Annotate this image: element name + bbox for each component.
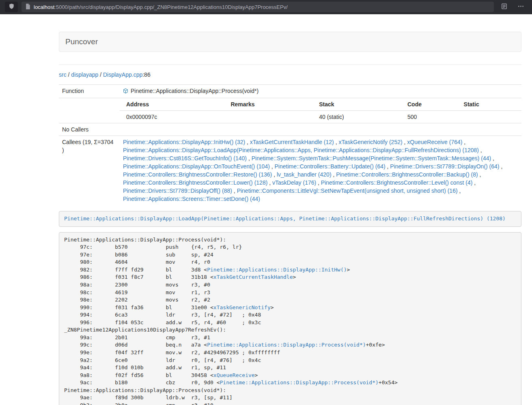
- col-header-remarks: Remarks: [224, 98, 312, 111]
- callee-link[interactable]: lv_task_handler (420): [277, 171, 332, 178]
- callee-link[interactable]: vTaskDelay (176): [272, 179, 316, 186]
- callee-link[interactable]: Pinetime::Controllers::BrightnessControl…: [321, 179, 472, 186]
- callees-label: Callees (19, Σ=3704 ): [59, 136, 120, 205]
- callee-link[interactable]: xTaskGenericNotify (252): [338, 139, 402, 145]
- callee-link[interactable]: Pinetime::Applications::DisplayApp::Init…: [123, 139, 245, 145]
- symbol-link[interactable]: Pinetime::Applications::DisplayApp::Proc…: [220, 379, 379, 386]
- no-callers-cell: [120, 123, 521, 136]
- reader-icon: [501, 3, 507, 11]
- page-icon: [25, 4, 30, 11]
- callee-link[interactable]: Pinetime::Drivers::St7789::DisplayOff() …: [123, 187, 232, 194]
- breadcrumb-link[interactable]: DisplayApp.cpp: [103, 71, 142, 78]
- brand-link[interactable]: Puncover: [65, 37, 98, 46]
- symbol-link[interactable]: xQueueReceive: [213, 372, 255, 378]
- symbol-link[interactable]: xTaskGetCurrentTaskHandle: [213, 274, 293, 280]
- function-label: Function: [59, 85, 120, 98]
- metrics-row: Address Remarks Stack Code Static 0x0000…: [59, 98, 521, 123]
- divider: [59, 65, 521, 65]
- remarks-value: [224, 111, 312, 123]
- callee-link[interactable]: Pinetime::Applications::DisplayApp::Load…: [123, 147, 479, 153]
- col-header-stack: Stack: [312, 98, 401, 111]
- symbol-link[interactable]: xTaskGenericNotify: [213, 304, 271, 310]
- symbol-cube-icon: [123, 88, 128, 96]
- callee-link[interactable]: Pinetime::Applications::Screens::Timer::…: [123, 196, 260, 202]
- loadapp-link[interactable]: Pinetime::Applications::DisplayApp::Load…: [64, 215, 506, 222]
- function-info-table: Function Pinetime::Applications::Display…: [59, 84, 521, 205]
- reader-mode-button[interactable]: [498, 2, 510, 12]
- callee-link[interactable]: Pinetime::Applications::DisplayApp::OnTo…: [123, 163, 270, 170]
- loadapp-snippet-block: Pinetime::Applications::DisplayApp::Load…: [59, 211, 521, 227]
- url-bar[interactable]: localhost:5000/path/src/displayapp/Displ…: [22, 2, 494, 12]
- callee-link[interactable]: xQueueReceive (764): [407, 139, 462, 145]
- breadcrumb-link[interactable]: src: [59, 71, 67, 78]
- function-name: Pinetime::Applications::DisplayApp::Proc…: [131, 88, 258, 94]
- metrics-values-row: 0x0000097c 40 (static) 500: [120, 111, 521, 123]
- code-value: 500: [401, 111, 457, 123]
- metrics-row-spacer: [59, 98, 120, 123]
- no-callers-row: No Callers: [59, 123, 521, 136]
- col-header-code: Code: [401, 98, 457, 111]
- static-value: [457, 111, 521, 123]
- callee-link[interactable]: Pinetime::Controllers::BrightnessControl…: [123, 179, 267, 186]
- callees-row: Callees (19, Σ=3704 ) Pinetime::Applicat…: [59, 136, 521, 205]
- function-row: Function Pinetime::Applications::Display…: [59, 85, 521, 98]
- shield-icon: [9, 3, 15, 11]
- callee-link[interactable]: Pinetime::Controllers::BrightnessControl…: [336, 171, 478, 178]
- breadcrumb: src / displayapp / DisplayApp.cpp:86: [59, 71, 521, 79]
- page-container: Puncover src / displayapp / DisplayApp.c…: [59, 14, 521, 405]
- kebab-menu-icon: [518, 3, 524, 11]
- callees-list: Pinetime::Applications::DisplayApp::Init…: [120, 136, 521, 205]
- col-header-static: Static: [457, 98, 521, 111]
- url-host: localhost: [34, 4, 54, 10]
- callee-link[interactable]: Pinetime::Drivers::Cst816S::GetTouchInfo…: [123, 155, 247, 162]
- callee-link[interactable]: Pinetime::Controllers::BrightnessControl…: [123, 171, 272, 178]
- breadcrumb-link[interactable]: displayapp: [71, 71, 98, 78]
- metrics-table: Address Remarks Stack Code Static 0x0000…: [120, 98, 521, 123]
- url-path: :5000/path/src/displayapp/DisplayApp.cpp…: [54, 4, 288, 10]
- stack-value: 40 (static): [312, 111, 401, 123]
- symbol-link[interactable]: Pinetime::Applications::DisplayApp::Init…: [207, 267, 347, 273]
- callee-link[interactable]: Pinetime::Drivers::St7789::DisplayOn() (…: [390, 163, 499, 170]
- disassembly-block: Pinetime::Applications::DisplayApp::Proc…: [59, 232, 521, 405]
- col-header-address: Address: [120, 98, 224, 111]
- callee-link[interactable]: Pinetime::System::SystemTask::PushMessag…: [252, 155, 491, 162]
- menu-button[interactable]: [514, 2, 527, 12]
- browser-chrome: localhost:5000/path/src/displayapp/Displ…: [0, 0, 532, 14]
- url-text: localhost:5000/path/src/displayapp/Displ…: [34, 4, 288, 10]
- callee-link[interactable]: xTaskGetCurrentTaskHandle (12): [250, 139, 334, 145]
- metrics-cell: Address Remarks Stack Code Static 0x0000…: [120, 98, 521, 123]
- tracking-shield-button[interactable]: [5, 2, 18, 12]
- function-name-cell: Pinetime::Applications::DisplayApp::Proc…: [120, 85, 521, 98]
- callee-link[interactable]: Pinetime::Components::LittleVgl::SetNewT…: [237, 187, 458, 194]
- callee-link[interactable]: Pinetime::Controllers::Battery::Update()…: [275, 163, 386, 170]
- address-value: 0x0000097c: [120, 111, 224, 123]
- no-callers-label: No Callers: [59, 123, 120, 136]
- navbar: Puncover: [59, 32, 521, 52]
- symbol-link[interactable]: Pinetime::Applications::DisplayApp::Proc…: [207, 342, 366, 348]
